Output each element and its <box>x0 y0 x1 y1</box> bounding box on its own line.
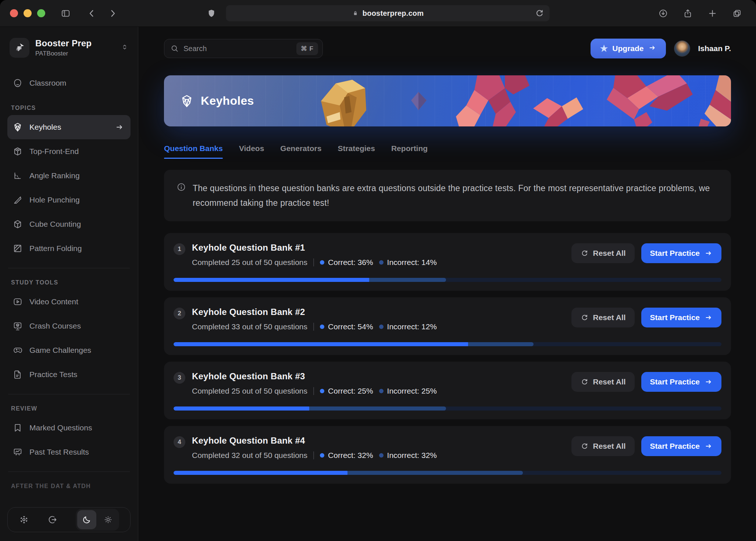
hole-punching-icon <box>13 195 23 205</box>
sidebar-item-video-content[interactable]: Video Content <box>7 290 131 314</box>
sidebar-item-classroom[interactable]: Classroom <box>7 71 131 95</box>
tab-strategies[interactable]: Strategies <box>338 144 375 159</box>
divider <box>8 472 130 472</box>
video-content-icon <box>13 297 23 307</box>
sidebar-item-cube-counting[interactable]: Cube Counting <box>7 212 131 236</box>
bank-number-badge: 2 <box>174 308 185 319</box>
theme-toggle <box>76 509 119 531</box>
settings-gear-icon[interactable] <box>19 515 29 525</box>
sidebar-item-label: Past Test Results <box>29 448 89 456</box>
bank-title: Keyhole Question Bank #1 <box>192 243 437 253</box>
incorrect-dot <box>379 389 384 393</box>
pattern-folding-icon <box>13 243 23 254</box>
correct-dot <box>320 260 324 265</box>
star-icon: ★ <box>600 44 608 53</box>
avatar[interactable] <box>674 40 690 57</box>
url-text: boosterprep.com <box>363 9 424 18</box>
progress-correct <box>174 406 311 411</box>
sidebar-item-marked-questions[interactable]: Marked Questions <box>7 416 131 440</box>
sidebar-item-label: Practice Tests <box>29 370 77 379</box>
bank-number-badge: 1 <box>174 243 185 255</box>
sidebar-item-practice-tests[interactable]: Practice Tests <box>7 362 131 387</box>
bank-number-badge: 4 <box>174 436 185 448</box>
sidebar-item-label: Keyholes <box>29 123 61 132</box>
tab-generators[interactable]: Generators <box>280 144 321 159</box>
sidebar-item-label: Cube Counting <box>29 220 81 229</box>
sidebar-item-top-front-end[interactable]: Top-Front-End <box>7 139 131 164</box>
arrow-right-icon <box>115 123 124 132</box>
address-bar[interactable]: boosterprep.com <box>226 5 550 21</box>
question-bank-card: 4 Keyhole Question Bank #4 Completed 32 … <box>164 426 731 484</box>
correct-dot <box>320 453 324 458</box>
progress-bar <box>174 278 721 282</box>
reset-all-label: Reset All <box>593 442 626 451</box>
tab-reporting[interactable]: Reporting <box>391 144 428 159</box>
banner-3d-blocks-illustration <box>304 75 731 126</box>
divider <box>8 394 130 394</box>
start-practice-button[interactable]: Start Practice <box>641 243 721 263</box>
reset-all-button[interactable]: Reset All <box>571 372 635 392</box>
light-mode-sun-icon[interactable] <box>99 510 118 529</box>
reset-all-label: Reset All <box>593 313 626 322</box>
completed-text: Completed 25 out of 50 questions <box>192 258 307 267</box>
sidebar-item-hole-punching[interactable]: Hole Punching <box>7 188 131 212</box>
progress-incorrect <box>309 406 446 411</box>
share-icon[interactable] <box>683 8 693 18</box>
sidebar-item-label: Crash Courses <box>29 322 81 330</box>
start-practice-label: Start Practice <box>650 442 700 451</box>
tab-question-banks[interactable]: Question Banks <box>164 144 223 159</box>
chevron-up-down-icon[interactable] <box>121 43 128 52</box>
progress-incorrect <box>369 278 446 282</box>
search-field[interactable] <box>183 44 292 53</box>
progress-bar <box>174 342 721 346</box>
workspace-switcher[interactable]: Booster Prep PATBooster <box>7 38 131 58</box>
browser-chrome: boosterprep.com <box>0 0 756 27</box>
info-text: The questions in these question banks ar… <box>193 181 718 210</box>
reset-all-button[interactable]: Reset All <box>571 243 635 263</box>
sidebar-item-crash-courses[interactable]: Crash Courses <box>7 314 131 338</box>
divider <box>313 451 314 459</box>
search-input[interactable]: ⌘ F <box>164 39 323 58</box>
sidebar-item-angle-ranking[interactable]: Angle Ranking <box>7 164 131 188</box>
back-button[interactable] <box>87 8 97 18</box>
zoom-window-button[interactable] <box>37 9 45 17</box>
progress-incorrect <box>468 342 534 346</box>
downloads-icon[interactable] <box>658 8 668 18</box>
reload-icon[interactable] <box>535 8 545 18</box>
sidebar-item-game-challenges[interactable]: Game Challenges <box>7 338 131 362</box>
question-bank-card: 1 Keyhole Question Bank #1 Completed 25 … <box>164 233 731 291</box>
crash-courses-icon <box>13 321 23 331</box>
minimize-window-button[interactable] <box>24 9 32 17</box>
reset-all-label: Reset All <box>593 377 626 386</box>
sidebar-item-keyholes[interactable]: Keyholes <box>7 115 131 139</box>
upgrade-button[interactable]: ★ Upgrade <box>591 39 666 58</box>
sidebar-item-past-test-results[interactable]: Past Test Results <box>7 440 131 464</box>
new-tab-icon[interactable] <box>707 8 717 18</box>
forward-button[interactable] <box>108 8 118 18</box>
start-practice-button[interactable]: Start Practice <box>641 372 721 392</box>
arrow-right-icon <box>705 249 713 257</box>
start-practice-label: Start Practice <box>650 377 700 386</box>
sidebar-item-pattern-folding[interactable]: Pattern Folding <box>7 236 131 261</box>
past-test-results-icon <box>13 447 23 457</box>
dark-mode-moon-icon[interactable] <box>77 510 96 529</box>
tab-overview-icon[interactable] <box>732 8 742 18</box>
privacy-shield-icon[interactable] <box>207 8 217 18</box>
logout-icon[interactable] <box>47 515 58 525</box>
incorrect-dot <box>379 453 384 458</box>
close-window-button[interactable] <box>10 9 18 17</box>
tab-videos[interactable]: Videos <box>239 144 264 159</box>
start-practice-button[interactable]: Start Practice <box>641 308 721 327</box>
sidebar-toggle-icon[interactable] <box>61 8 71 18</box>
progress-correct <box>174 278 371 282</box>
sidebar-item-label: Game Challenges <box>29 346 91 355</box>
info-icon <box>176 182 186 210</box>
divider <box>313 323 314 331</box>
reset-all-button[interactable]: Reset All <box>571 308 635 327</box>
keyholes-icon <box>13 122 23 132</box>
reset-all-button[interactable]: Reset All <box>571 436 635 456</box>
correct-stat: Correct: 54% <box>328 322 373 331</box>
reset-icon <box>580 442 589 451</box>
tab-bar: Question Banks Videos Generators Strateg… <box>164 144 731 159</box>
start-practice-button[interactable]: Start Practice <box>641 436 721 456</box>
